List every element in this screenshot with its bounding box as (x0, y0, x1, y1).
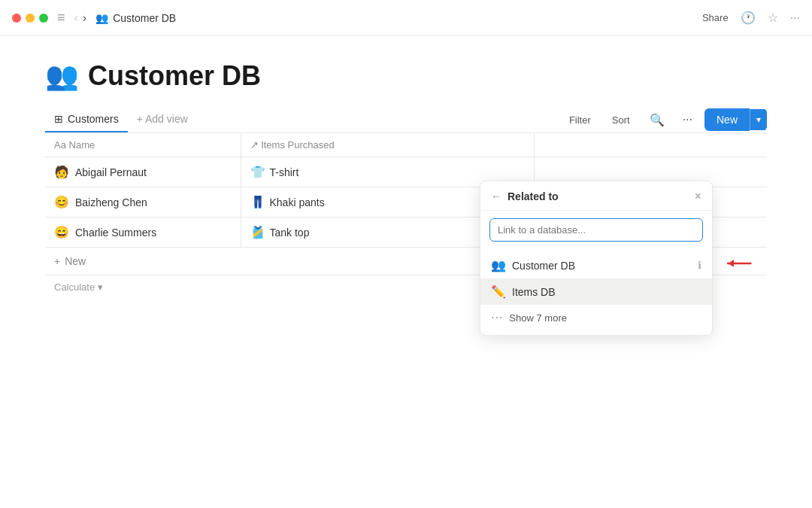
col-name-type-icon: Aa (54, 139, 66, 151)
page-title: Customer DB (88, 60, 261, 92)
titlebar-left: ≡ ‹ › 👥 Customer DB (12, 10, 176, 26)
item-pants: Khaki pants (270, 196, 325, 208)
calculate-chevron-icon: ▾ (98, 281, 103, 293)
more-options-icon[interactable]: ··· (790, 11, 800, 25)
search-icon[interactable]: 🔍 (644, 109, 671, 131)
related-item-left-customerdb: 👥 Customer DB (491, 258, 575, 272)
close-traffic-light[interactable] (12, 14, 21, 23)
related-panel-title-row: ← Related to (491, 190, 559, 202)
toolbar-left: ⊞ Customers + Add view (45, 107, 197, 132)
titlebar-db-label: 👥 Customer DB (95, 12, 176, 24)
col-items-type-icon: ↗ (250, 139, 262, 151)
col-header-empty (534, 133, 767, 157)
forward-arrow-icon[interactable]: › (83, 11, 86, 25)
related-item-icon-itemsdb: ✏️ (491, 284, 506, 299)
avatar-charlie: 😄 (54, 225, 69, 239)
item-icon-tshirt: 👕 (250, 165, 265, 179)
related-item-icon-customerdb: 👥 (491, 258, 506, 272)
main-content: 👥 Customer DB ⊞ Customers + Add view Fil… (0, 36, 812, 508)
titlebar-right: Share 🕐 ☆ ··· (702, 11, 800, 25)
item-icon-pants: 👖 (250, 195, 265, 209)
svg-marker-1 (728, 260, 734, 267)
new-button-caret[interactable]: ▾ (750, 109, 767, 130)
new-btn-group: New ▾ (704, 108, 767, 131)
calculate-label: Calculate (54, 281, 95, 293)
related-item-label-customerdb: Customer DB (512, 260, 575, 272)
col-header-name: Aa Name (45, 133, 241, 157)
avatar-baizheng: 😊 (54, 195, 69, 209)
titlebar-db-icon: 👥 (95, 12, 108, 24)
name-charlie: Charlie Summers (75, 227, 156, 239)
new-row-label: New (65, 255, 86, 267)
back-arrow-icon[interactable]: ‹ (74, 11, 78, 25)
share-button[interactable]: Share (702, 12, 729, 23)
item-icon-tanktop: 🎽 (250, 225, 265, 239)
minimize-traffic-light[interactable] (26, 14, 35, 23)
maximize-traffic-light[interactable] (39, 14, 48, 23)
show-more-label: Show 7 more (509, 312, 567, 324)
red-arrow-indicator (722, 253, 752, 277)
more-options-button[interactable]: ··· (677, 109, 698, 130)
col-items-label: Items Purchased (261, 139, 335, 151)
related-item-info-customerdb[interactable]: ℹ (698, 260, 701, 271)
related-panel-header: ← Related to × (480, 181, 712, 211)
traffic-lights (12, 14, 48, 23)
name-abigail: Abigail Pernaut (75, 166, 147, 178)
cell-name-charlie: 😄 Charlie Summers (45, 217, 241, 248)
page-title-row: 👥 Customer DB (45, 36, 767, 107)
cell-name-abigail: 🧑 Abigail Pernaut (45, 157, 241, 187)
tab-label: Customers (68, 113, 119, 125)
new-row-plus-icon: + (54, 255, 60, 267)
toolbar: ⊞ Customers + Add view Filter Sort 🔍 ···… (45, 107, 767, 132)
col-header-items: ↗ Items Purchased (241, 133, 534, 157)
related-close-button[interactable]: × (695, 190, 701, 202)
titlebar: ≡ ‹ › 👥 Customer DB Share 🕐 ☆ ··· (0, 0, 812, 36)
related-panel-title: Related to (508, 190, 559, 202)
cell-name-baizheng: 😊 Baizheng Chen (45, 187, 241, 217)
related-list: 👥 Customer DB ℹ ✏️ Items DB ··· Show 7 m… (480, 249, 712, 335)
related-item-customerdb[interactable]: 👥 Customer DB ℹ (480, 252, 712, 278)
item-tanktop: Tank top (270, 227, 310, 239)
sort-button[interactable]: Sort (604, 111, 638, 129)
avatar-abigail: 🧑 (54, 165, 69, 179)
add-view-button[interactable]: + Add view (128, 107, 197, 132)
toolbar-right: Filter Sort 🔍 ··· New ▾ (562, 108, 767, 131)
star-icon[interactable]: ☆ (768, 11, 778, 25)
page-title-icon: 👥 (45, 60, 79, 92)
history-icon[interactable]: 🕐 (741, 11, 756, 25)
item-tshirt: T-shirt (270, 166, 299, 178)
filter-button[interactable]: Filter (562, 111, 598, 129)
related-panel: ← Related to × 👥 Customer DB ℹ ✏️ Items … (480, 181, 713, 336)
col-name-label: Name (69, 139, 95, 151)
customers-tab[interactable]: ⊞ Customers (45, 107, 128, 132)
related-item-label-itemsdb: Items DB (512, 286, 556, 298)
tab-grid-icon: ⊞ (54, 113, 63, 125)
related-search-input[interactable] (489, 218, 703, 242)
name-baizheng: Baizheng Chen (75, 196, 147, 208)
related-back-button[interactable]: ← (491, 190, 501, 202)
related-item-itemsdb[interactable]: ✏️ Items DB (480, 278, 712, 305)
related-item-left-itemsdb: ✏️ Items DB (491, 284, 556, 299)
titlebar-db-name: Customer DB (113, 12, 176, 24)
hamburger-icon[interactable]: ≡ (57, 10, 65, 26)
new-button[interactable]: New (704, 108, 750, 131)
nav-arrows: ‹ › (74, 11, 87, 25)
show-more-button[interactable]: ··· Show 7 more (480, 305, 712, 330)
show-more-dots-icon: ··· (491, 311, 503, 324)
